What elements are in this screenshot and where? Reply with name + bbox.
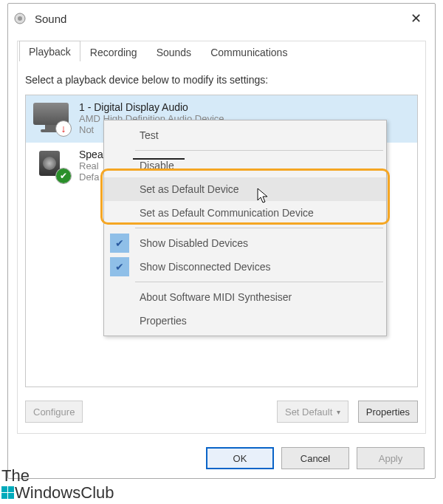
- windows-logo-icon: [1, 486, 15, 499]
- menu-disable[interactable]: Disable: [104, 154, 386, 177]
- separator: [135, 150, 383, 151]
- monitor-icon: ↓: [32, 101, 73, 135]
- menu-set-default[interactable]: Set as Default Device: [104, 177, 386, 201]
- tab-recording[interactable]: Recording: [80, 41, 147, 62]
- device-name: Spea: [79, 149, 103, 160]
- check-icon: ✔: [110, 234, 129, 253]
- tab-strip: Playback Recording Sounds Communications: [19, 41, 425, 61]
- svg-rect-4: [8, 486, 14, 492]
- separator: [135, 228, 383, 228]
- cancel-button[interactable]: Cancel: [281, 447, 349, 469]
- menu-show-disabled[interactable]: ✔ Show Disabled Devices: [104, 231, 386, 255]
- tab-playback[interactable]: Playback: [19, 41, 80, 61]
- annotation-strike: [133, 158, 185, 160]
- menu-show-disconnected[interactable]: ✔ Show Disconnected Devices: [104, 255, 386, 279]
- menu-about-midi[interactable]: About Software MIDI Synthesiser: [104, 285, 386, 309]
- instruction-label: Select a playback device below to modify…: [25, 74, 418, 86]
- tab-communications[interactable]: Communications: [201, 41, 297, 62]
- sound-icon: [13, 11, 27, 26]
- ok-button[interactable]: OK: [206, 447, 274, 469]
- device-driver: Real: [79, 160, 103, 171]
- window-title: Sound: [35, 13, 401, 25]
- svg-point-1: [18, 16, 22, 21]
- svg-rect-3: [1, 486, 7, 492]
- device-name: 1 - Digital Display Audio: [79, 101, 224, 113]
- configure-button[interactable]: Configure: [25, 401, 83, 423]
- menu-test[interactable]: Test: [104, 123, 386, 147]
- properties-button[interactable]: Properties: [358, 401, 418, 423]
- titlebar: Sound ✕: [8, 4, 435, 33]
- watermark: The WindowsClub: [1, 467, 114, 501]
- device-status: Defa: [79, 171, 103, 183]
- svg-rect-5: [1, 493, 7, 499]
- close-button[interactable]: ✕: [401, 10, 430, 27]
- separator: [135, 282, 383, 282]
- check-icon: ✔: [110, 257, 129, 276]
- tab-sounds[interactable]: Sounds: [147, 41, 201, 62]
- down-arrow-icon: ↓: [55, 120, 72, 137]
- svg-rect-6: [8, 493, 14, 499]
- menu-properties[interactable]: Properties: [104, 309, 386, 333]
- checkmark-icon: ✔: [55, 168, 72, 184]
- device-buttons-row: Configure Set Default Properties: [25, 401, 418, 423]
- set-default-button[interactable]: Set Default: [277, 401, 348, 423]
- menu-set-default-comm[interactable]: Set as Default Communication Device: [104, 201, 386, 225]
- context-menu: Test Disable Set as Default Device Set a…: [103, 120, 387, 336]
- dialog-buttons: OK Cancel Apply: [206, 447, 425, 469]
- speaker-icon: ✔: [32, 149, 73, 183]
- apply-button[interactable]: Apply: [357, 447, 425, 469]
